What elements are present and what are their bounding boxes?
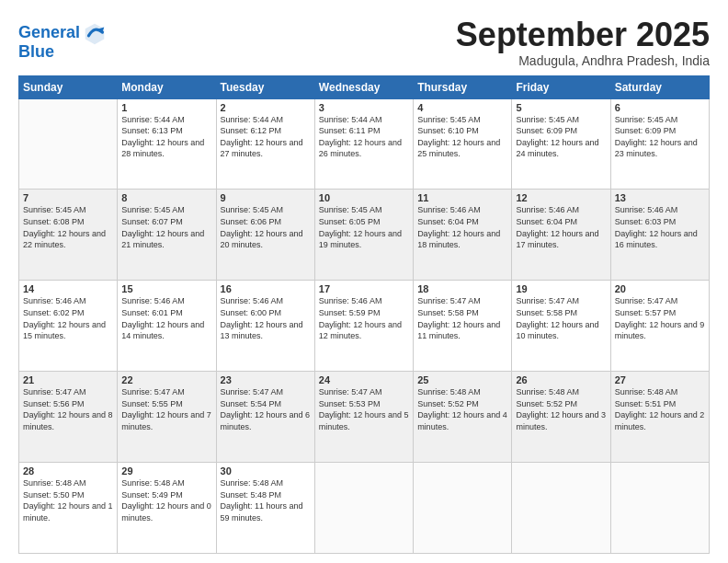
header-tuesday: Tuesday bbox=[216, 75, 314, 98]
calendar-week-row: 28Sunrise: 5:48 AMSunset: 5:50 PMDayligh… bbox=[19, 463, 710, 554]
table-row: 28Sunrise: 5:48 AMSunset: 5:50 PMDayligh… bbox=[19, 463, 118, 554]
day-number: 27 bbox=[615, 374, 705, 385]
calendar-table: Sunday Monday Tuesday Wednesday Thursday… bbox=[18, 75, 710, 554]
day-number: 3 bbox=[319, 102, 409, 113]
logo-icon bbox=[82, 20, 108, 46]
table-row: 10Sunrise: 5:45 AMSunset: 6:05 PMDayligh… bbox=[314, 190, 413, 281]
day-info: Sunrise: 5:47 AMSunset: 5:58 PMDaylight:… bbox=[417, 296, 500, 340]
day-info: Sunrise: 5:46 AMSunset: 6:01 PMDaylight:… bbox=[121, 296, 204, 340]
day-number: 18 bbox=[417, 283, 507, 294]
table-row: 6Sunrise: 5:45 AMSunset: 6:09 PMDaylight… bbox=[610, 98, 709, 190]
table-row: 12Sunrise: 5:46 AMSunset: 6:04 PMDayligh… bbox=[512, 190, 610, 281]
header-saturday: Saturday bbox=[610, 75, 709, 98]
table-row: 22Sunrise: 5:47 AMSunset: 5:55 PMDayligh… bbox=[118, 372, 216, 463]
day-number: 4 bbox=[417, 102, 507, 113]
day-number: 22 bbox=[121, 374, 211, 385]
table-row: 21Sunrise: 5:47 AMSunset: 5:56 PMDayligh… bbox=[19, 372, 118, 463]
day-info: Sunrise: 5:46 AMSunset: 6:04 PMDaylight:… bbox=[417, 205, 500, 249]
day-info: Sunrise: 5:47 AMSunset: 5:55 PMDaylight:… bbox=[121, 387, 211, 431]
calendar-week-row: 1Sunrise: 5:44 AMSunset: 6:13 PMDaylight… bbox=[19, 98, 710, 190]
table-row bbox=[512, 463, 610, 554]
day-info: Sunrise: 5:44 AMSunset: 6:13 PMDaylight:… bbox=[121, 115, 204, 159]
day-info: Sunrise: 5:46 AMSunset: 5:59 PMDaylight:… bbox=[319, 296, 402, 340]
table-row: 7Sunrise: 5:45 AMSunset: 6:08 PMDaylight… bbox=[19, 190, 118, 281]
table-row: 11Sunrise: 5:46 AMSunset: 6:04 PMDayligh… bbox=[414, 190, 512, 281]
day-number: 29 bbox=[121, 465, 211, 477]
header-friday: Friday bbox=[512, 75, 610, 98]
header-monday: Monday bbox=[118, 75, 216, 98]
table-row: 30Sunrise: 5:48 AMSunset: 5:48 PMDayligh… bbox=[216, 463, 314, 554]
table-row: 1Sunrise: 5:44 AMSunset: 6:13 PMDaylight… bbox=[118, 98, 216, 190]
day-info: Sunrise: 5:47 AMSunset: 5:54 PMDaylight:… bbox=[221, 387, 311, 431]
table-row: 4Sunrise: 5:45 AMSunset: 6:10 PMDaylight… bbox=[414, 98, 512, 190]
day-info: Sunrise: 5:46 AMSunset: 6:03 PMDaylight:… bbox=[615, 205, 698, 249]
day-number: 30 bbox=[221, 465, 311, 477]
day-info: Sunrise: 5:45 AMSunset: 6:09 PMDaylight:… bbox=[516, 115, 598, 159]
table-row: 17Sunrise: 5:46 AMSunset: 5:59 PMDayligh… bbox=[314, 281, 413, 372]
day-number: 10 bbox=[319, 192, 409, 203]
table-row: 13Sunrise: 5:46 AMSunset: 6:03 PMDayligh… bbox=[610, 190, 709, 281]
table-row: 20Sunrise: 5:47 AMSunset: 5:57 PMDayligh… bbox=[610, 281, 709, 372]
day-info: Sunrise: 5:48 AMSunset: 5:52 PMDaylight:… bbox=[417, 387, 507, 431]
day-number: 12 bbox=[516, 192, 606, 203]
weekday-header-row: Sunday Monday Tuesday Wednesday Thursday… bbox=[19, 75, 710, 98]
day-info: Sunrise: 5:48 AMSunset: 5:50 PMDaylight:… bbox=[23, 478, 113, 523]
day-info: Sunrise: 5:45 AMSunset: 6:05 PMDaylight:… bbox=[319, 205, 402, 249]
table-row bbox=[314, 463, 413, 554]
day-info: Sunrise: 5:45 AMSunset: 6:07 PMDaylight:… bbox=[121, 205, 204, 249]
day-number: 6 bbox=[615, 102, 705, 113]
day-number: 2 bbox=[221, 102, 311, 113]
day-number: 28 bbox=[23, 465, 113, 477]
logo-text: General bbox=[18, 24, 80, 42]
day-number: 26 bbox=[516, 374, 606, 385]
table-row bbox=[19, 98, 118, 190]
calendar-week-row: 21Sunrise: 5:47 AMSunset: 5:56 PMDayligh… bbox=[19, 372, 710, 463]
month-title: September 2025 bbox=[456, 17, 710, 53]
table-row: 15Sunrise: 5:46 AMSunset: 6:01 PMDayligh… bbox=[118, 281, 216, 372]
page: General Blue September 2025 Madugula, An… bbox=[0, 0, 728, 563]
table-row: 5Sunrise: 5:45 AMSunset: 6:09 PMDaylight… bbox=[512, 98, 610, 190]
day-number: 24 bbox=[319, 374, 409, 385]
day-info: Sunrise: 5:45 AMSunset: 6:08 PMDaylight:… bbox=[23, 205, 106, 249]
table-row: 29Sunrise: 5:48 AMSunset: 5:49 PMDayligh… bbox=[118, 463, 216, 554]
day-number: 14 bbox=[23, 283, 113, 294]
table-row: 26Sunrise: 5:48 AMSunset: 5:52 PMDayligh… bbox=[512, 372, 610, 463]
day-info: Sunrise: 5:47 AMSunset: 5:53 PMDaylight:… bbox=[319, 387, 409, 431]
header-sunday: Sunday bbox=[19, 75, 118, 98]
table-row: 2Sunrise: 5:44 AMSunset: 6:12 PMDaylight… bbox=[216, 98, 314, 190]
day-info: Sunrise: 5:46 AMSunset: 6:02 PMDaylight:… bbox=[23, 296, 106, 340]
day-info: Sunrise: 5:44 AMSunset: 6:12 PMDaylight:… bbox=[221, 115, 303, 159]
header-thursday: Thursday bbox=[414, 75, 512, 98]
table-row: 14Sunrise: 5:46 AMSunset: 6:02 PMDayligh… bbox=[19, 281, 118, 372]
day-info: Sunrise: 5:47 AMSunset: 5:56 PMDaylight:… bbox=[23, 387, 113, 431]
table-row: 25Sunrise: 5:48 AMSunset: 5:52 PMDayligh… bbox=[414, 372, 512, 463]
day-number: 21 bbox=[23, 374, 113, 385]
table-row: 27Sunrise: 5:48 AMSunset: 5:51 PMDayligh… bbox=[610, 372, 709, 463]
day-number: 20 bbox=[615, 283, 705, 294]
day-number: 17 bbox=[319, 283, 409, 294]
calendar-week-row: 7Sunrise: 5:45 AMSunset: 6:08 PMDaylight… bbox=[19, 190, 710, 281]
day-info: Sunrise: 5:45 AMSunset: 6:09 PMDaylight:… bbox=[615, 115, 698, 159]
day-number: 11 bbox=[417, 192, 507, 203]
location: Madugula, Andhra Pradesh, India bbox=[456, 53, 710, 68]
day-info: Sunrise: 5:48 AMSunset: 5:49 PMDaylight:… bbox=[121, 478, 211, 523]
day-info: Sunrise: 5:44 AMSunset: 6:11 PMDaylight:… bbox=[319, 115, 402, 159]
day-info: Sunrise: 5:46 AMSunset: 6:04 PMDaylight:… bbox=[516, 205, 598, 249]
day-number: 1 bbox=[121, 102, 211, 113]
day-number: 7 bbox=[23, 192, 113, 203]
title-block: September 2025 Madugula, Andhra Pradesh,… bbox=[456, 17, 710, 68]
day-number: 19 bbox=[516, 283, 606, 294]
day-info: Sunrise: 5:48 AMSunset: 5:52 PMDaylight:… bbox=[516, 387, 606, 431]
table-row: 3Sunrise: 5:44 AMSunset: 6:11 PMDaylight… bbox=[314, 98, 413, 190]
table-row: 8Sunrise: 5:45 AMSunset: 6:07 PMDaylight… bbox=[118, 190, 216, 281]
day-number: 25 bbox=[417, 374, 507, 385]
day-info: Sunrise: 5:47 AMSunset: 5:58 PMDaylight:… bbox=[516, 296, 598, 340]
table-row: 23Sunrise: 5:47 AMSunset: 5:54 PMDayligh… bbox=[216, 372, 314, 463]
day-info: Sunrise: 5:46 AMSunset: 6:00 PMDaylight:… bbox=[221, 296, 303, 340]
day-info: Sunrise: 5:48 AMSunset: 5:48 PMDaylight:… bbox=[221, 478, 303, 523]
table-row: 9Sunrise: 5:45 AMSunset: 6:06 PMDaylight… bbox=[216, 190, 314, 281]
table-row: 16Sunrise: 5:46 AMSunset: 6:00 PMDayligh… bbox=[216, 281, 314, 372]
calendar-week-row: 14Sunrise: 5:46 AMSunset: 6:02 PMDayligh… bbox=[19, 281, 710, 372]
day-info: Sunrise: 5:45 AMSunset: 6:10 PMDaylight:… bbox=[417, 115, 500, 159]
day-number: 15 bbox=[121, 283, 211, 294]
